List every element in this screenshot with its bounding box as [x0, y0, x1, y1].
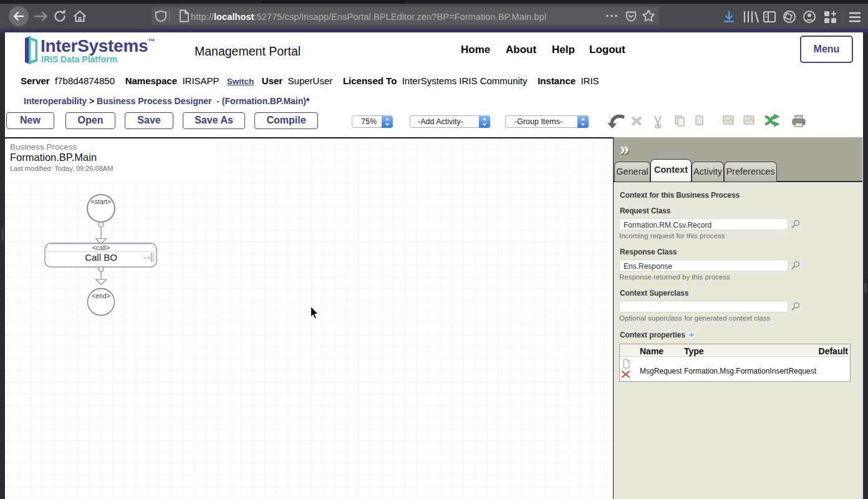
svg-text:<call>: <call> [92, 244, 110, 251]
svg-text:<end>: <end> [92, 292, 110, 299]
svg-text:Call BO: Call BO [85, 252, 117, 263]
svg-text:<start>: <start> [91, 198, 112, 205]
